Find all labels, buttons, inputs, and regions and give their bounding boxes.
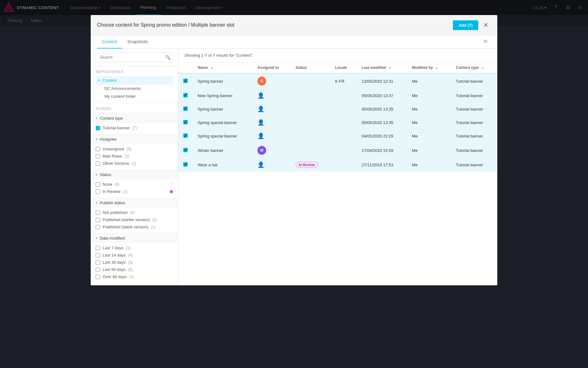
- close-button[interactable]: ✕: [481, 20, 491, 26]
- modal: Choose content for Spring promo edition …: [91, 15, 497, 26]
- modal-overlay: Choose content for Spring promo edition …: [0, 0, 588, 26]
- modal-header: Choose content for Spring promo edition …: [91, 15, 497, 26]
- modal-header-right: Add (7) ✕: [453, 20, 491, 26]
- modal-title: Choose content for Spring promo edition …: [97, 22, 234, 26]
- add-button[interactable]: Add (7): [453, 20, 478, 27]
